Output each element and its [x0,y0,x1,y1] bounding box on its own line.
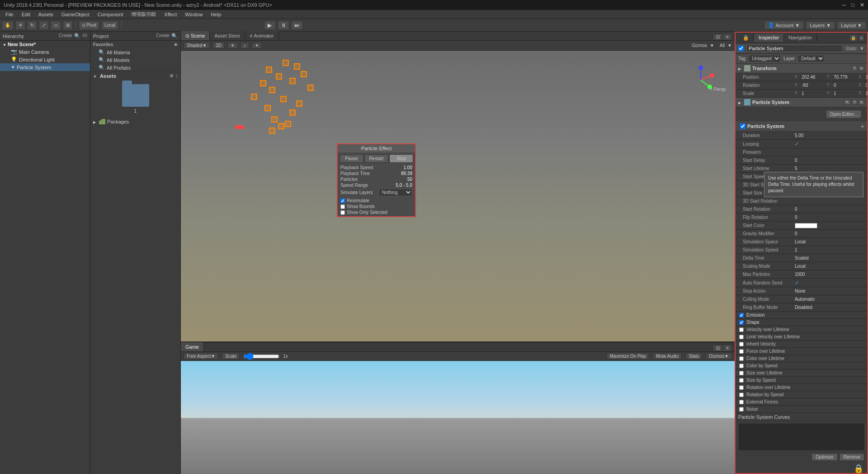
particle-system-component-header[interactable]: Particle System ✎ ? ≡ [736,98,867,107]
effects-button[interactable]: ✦ [252,42,262,49]
show-only-selected-checkbox[interactable] [340,210,345,215]
ps-add-btn[interactable]: + [861,123,864,130]
particle-dot-2[interactable] [283,60,289,66]
maximize-on-play-btn[interactable]: Maximize On Play [607,353,650,360]
tag-select[interactable]: Untagged [748,55,781,62]
resimulate-checkbox[interactable] [340,199,345,203]
size-by-speed-checkbox[interactable] [739,378,744,383]
hand-tool-button[interactable]: ✋ [2,21,14,30]
pause-button[interactable]: ⏸ [278,21,289,30]
account-button[interactable]: 👤 Account ▼ [764,21,804,29]
restart-button[interactable]: Restart [364,154,388,163]
scale-y-input[interactable] [832,90,857,96]
close-button[interactable]: ✕ [860,2,864,8]
particle-dot-1[interactable] [266,66,272,73]
assets-add-icon[interactable]: ⊕ [170,73,174,79]
all-models-item[interactable]: 🔍 All Models [90,56,180,64]
transform-tool-button[interactable]: ⊞ [63,21,73,30]
ps-subsection-header[interactable]: Particle System + [736,121,867,132]
external-forces-checkbox[interactable] [739,400,744,404]
ps-enabled-checkbox[interactable] [740,123,745,129]
assets-folder-big[interactable]: 1 [90,84,180,114]
game-gizmos-btn[interactable]: Gizmos▼ [706,353,732,360]
particle-dot-6[interactable] [269,87,275,93]
layers-button[interactable]: Layers ▼ [806,21,835,29]
scale-z-input[interactable] [864,90,867,96]
scene-options-btn[interactable]: ≡ [723,33,732,40]
rect-tool-button[interactable]: ▭ [51,21,61,30]
stats-btn[interactable]: Stats [685,353,702,360]
window-controls[interactable]: ─ □ ✕ [842,2,864,8]
ps-help-btn[interactable]: ? [852,100,858,105]
position-z-input[interactable] [864,74,867,80]
limit-velocity-checkbox[interactable] [739,335,744,339]
position-y-input[interactable] [832,74,857,80]
assets-import-icon[interactable]: ↓ [175,73,178,79]
inspector-tab[interactable]: Inspector [754,34,784,42]
particle-dot-13[interactable] [264,105,271,111]
particle-dot-7[interactable] [289,78,296,84]
object-active-checkbox[interactable] [738,46,744,51]
transform-options-btn[interactable]: ≡ [859,66,864,71]
particle-dot-17[interactable] [285,121,291,127]
rotation-y-input[interactable] [832,82,857,88]
rotate-tool-button[interactable]: ↻ [27,21,37,30]
force-over-lifetime-checkbox[interactable] [739,349,744,354]
scene-viewport[interactable]: < Persp Particle Effect Pause Restart St… [181,51,735,341]
all-materials-item[interactable]: 🔍 All Materia [90,48,180,56]
all-prefabs-item[interactable]: 🔍 All Prefabs [90,64,180,71]
scale-slider[interactable] [243,354,279,359]
transform-component-header[interactable]: Transform ? ≡ [736,64,867,73]
position-x-input[interactable] [800,74,825,80]
particle-dot-5[interactable] [260,80,266,86]
size-over-lifetime-checkbox[interactable] [739,371,744,375]
particle-dot-18[interactable] [269,128,275,134]
particle-dot-4[interactable] [276,73,282,80]
particle-dot-12[interactable] [296,100,302,107]
inspector-options-btn[interactable]: ≡ [859,35,864,41]
game-viewport[interactable] [181,361,735,474]
shaded-button[interactable]: Shaded▼ [184,42,210,49]
show-bounds-checkbox[interactable] [340,204,345,209]
scale-button[interactable]: Scale [222,353,240,360]
particle-dot-16[interactable] [278,123,284,129]
remove-button[interactable]: Remove [840,453,864,461]
simulate-layers-select[interactable]: Nothing Everything [379,189,412,196]
asset-store-tab[interactable]: Asset Store [210,31,245,40]
scale-x-input[interactable] [800,90,825,96]
stop-button[interactable]: Stop [389,154,413,163]
game-options-btn[interactable]: ≡ [723,345,732,351]
particle-dot-11[interactable] [280,96,287,102]
hierarchy-scene-item[interactable]: New Scene* [0,41,90,48]
start-color-swatch[interactable] [795,223,817,228]
minimize-button[interactable]: ─ [842,2,846,8]
game-tab[interactable]: Game [181,342,204,351]
hierarchy-main-camera[interactable]: 📷 Main Camera [0,48,90,56]
rotation-x-input[interactable] [800,82,825,88]
move-tool-button[interactable]: ✛ [15,21,25,30]
layout-button[interactable]: Layout ▼ [837,21,866,29]
noise-checkbox[interactable] [739,407,744,412]
scale-tool-button[interactable]: ⤢ [39,21,49,30]
menu-xffect[interactable]: Xffect [160,11,180,18]
optimize-button[interactable]: Optimize [811,453,837,461]
pause-button[interactable]: Pause [340,154,363,163]
particle-dot-10[interactable] [251,94,257,100]
audio-button[interactable]: ♪ [241,42,249,49]
velocity-over-lifetime-checkbox[interactable] [739,327,744,332]
particle-dot-3[interactable] [294,63,300,70]
mute-audio-btn[interactable]: Mute Audio [653,353,682,360]
menu-component[interactable]: Component [94,11,127,18]
lighting-button[interactable]: ☀ [227,42,238,49]
rotation-z-input[interactable] [864,82,867,88]
open-editor-button[interactable]: Open Editor... [826,110,862,118]
layer-select[interactable]: Default [797,55,825,62]
particle-dot-15[interactable] [271,116,278,123]
project-create-button[interactable]: Create [156,33,170,39]
color-by-speed-checkbox[interactable] [739,364,744,368]
inherit-velocity-checkbox[interactable] [739,342,744,346]
pivot-button[interactable]: ⊙ Pivot [79,21,99,30]
hierarchy-directional-light[interactable]: 💡 Directional Light [0,56,90,63]
shape-checkbox[interactable] [739,320,744,325]
menu-help[interactable]: Help [207,11,225,18]
